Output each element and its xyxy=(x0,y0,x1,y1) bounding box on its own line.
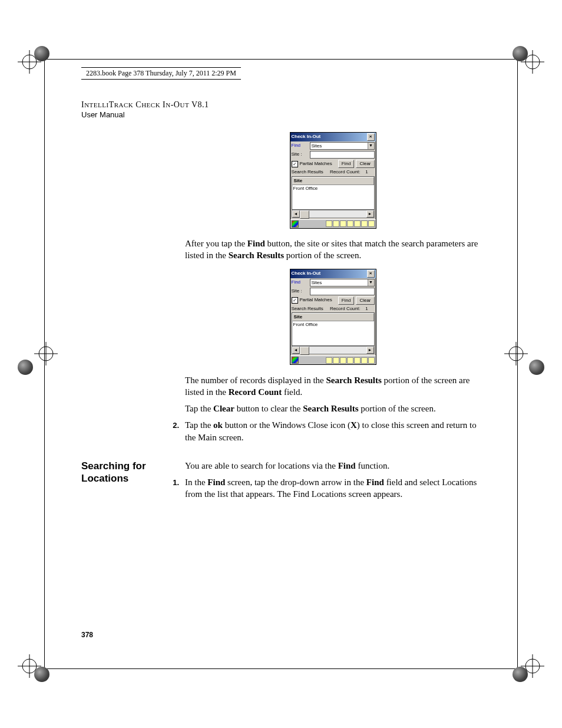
results-list[interactable]: Site Front Office xyxy=(292,312,375,346)
start-icon[interactable] xyxy=(292,220,299,228)
registration-ball xyxy=(513,667,528,682)
step-text: In the Find screen, tap the drop-down ar… xyxy=(185,476,481,500)
tray-icon[interactable] xyxy=(340,220,346,227)
tray-icon[interactable] xyxy=(368,220,375,227)
window-title: Check In-Out xyxy=(292,271,321,277)
body-paragraph: Tap the Clear button to clear the Search… xyxy=(185,403,481,414)
scroll-thumb[interactable] xyxy=(300,347,309,355)
tray-icon[interactable] xyxy=(333,357,339,364)
registration-ball xyxy=(34,46,49,61)
product-title: INTELLITRACK CHECK IN-OUT V8.1 xyxy=(81,100,481,110)
record-count-label: Record Count: xyxy=(330,306,361,311)
tray-icon[interactable] xyxy=(340,357,346,364)
taskbar xyxy=(290,355,376,364)
registration-ball xyxy=(34,667,49,682)
find-button[interactable]: Find xyxy=(338,297,355,305)
site-label: Site : xyxy=(292,288,308,295)
body-paragraph: You are able to search for locations via… xyxy=(185,460,481,472)
tray-icon[interactable] xyxy=(326,357,332,364)
column-header-site[interactable]: Site xyxy=(292,177,374,185)
tray-icon[interactable] xyxy=(361,357,368,364)
registration-ball xyxy=(18,360,33,375)
tray-icon[interactable] xyxy=(333,220,339,227)
results-list[interactable]: Site Front Office xyxy=(292,176,375,210)
record-count-value: 1 xyxy=(365,306,368,311)
svg-point-3 xyxy=(525,55,540,69)
tray-icon[interactable] xyxy=(347,220,353,227)
section-heading: Searching for Locations xyxy=(81,460,176,485)
chevron-down-icon[interactable]: ▼ xyxy=(368,143,374,149)
column-header-site[interactable]: Site xyxy=(292,313,374,321)
step-text: Tap the ok button or the Windows Close i… xyxy=(185,419,481,443)
app-window: Check In-Out × Find Sites ▼ Site : xyxy=(290,132,376,229)
partial-matches-checkbox[interactable]: ✓ xyxy=(292,297,298,304)
product-subtitle: User Manual xyxy=(81,110,481,119)
site-label: Site : xyxy=(292,151,308,158)
scroll-thumb[interactable] xyxy=(300,210,309,219)
system-tray xyxy=(326,357,375,364)
system-tray xyxy=(326,220,375,227)
window-title: Check In-Out xyxy=(292,134,321,140)
close-icon[interactable]: × xyxy=(367,133,375,141)
running-header: 2283.book Page 378 Thursday, July 7, 201… xyxy=(81,67,241,80)
scroll-left-icon[interactable]: ◄ xyxy=(292,210,300,218)
body-paragraph: The number of records displayed in the S… xyxy=(185,374,481,398)
chevron-down-icon[interactable]: ▼ xyxy=(368,279,374,286)
close-icon[interactable]: × xyxy=(367,270,375,278)
horizontal-scrollbar[interactable]: ◄ ► xyxy=(292,210,375,218)
scroll-left-icon[interactable]: ◄ xyxy=(292,347,300,354)
partial-matches-checkbox[interactable]: ✓ xyxy=(292,161,298,167)
tray-icon[interactable] xyxy=(354,220,361,227)
tray-icon[interactable] xyxy=(347,357,353,364)
partial-matches-label: Partial Matches xyxy=(300,161,332,167)
svg-point-9 xyxy=(525,659,540,673)
record-count-label: Record Count: xyxy=(330,169,361,174)
screenshot-figure: Check In-Out × Find Sites ▼ Site : xyxy=(185,132,481,230)
list-item[interactable]: Front Office xyxy=(292,321,374,328)
screenshot-figure: Check In-Out × Find Sites ▼ Site : xyxy=(185,269,481,367)
list-item[interactable]: Front Office xyxy=(292,185,374,192)
find-label: Find xyxy=(292,143,308,149)
scroll-right-icon[interactable]: ► xyxy=(366,347,374,354)
site-input[interactable] xyxy=(310,151,375,159)
search-results-label: Search Results xyxy=(292,169,323,174)
tray-icon[interactable] xyxy=(326,220,332,227)
search-results-label: Search Results xyxy=(292,306,323,311)
tray-icon[interactable] xyxy=(361,220,368,227)
find-dropdown[interactable]: Sites ▼ xyxy=(310,142,375,150)
taskbar xyxy=(290,219,376,228)
site-input[interactable] xyxy=(310,288,375,295)
step-number: 2. xyxy=(168,419,179,443)
clear-button[interactable]: Clear xyxy=(356,160,374,168)
record-count-value: 1 xyxy=(365,169,368,174)
start-icon[interactable] xyxy=(292,357,299,364)
app-window: Check In-Out × Find Sites ▼ Site : xyxy=(290,269,376,365)
find-dropdown[interactable]: Sites ▼ xyxy=(310,279,375,286)
body-paragraph: After you tap the Find button, the site … xyxy=(185,238,481,262)
clear-button[interactable]: Clear xyxy=(356,297,374,305)
registration-ball xyxy=(513,46,528,61)
horizontal-scrollbar[interactable]: ◄ ► xyxy=(292,346,375,354)
find-button[interactable]: Find xyxy=(338,160,355,168)
find-label: Find xyxy=(292,279,308,286)
partial-matches-label: Partial Matches xyxy=(300,297,332,304)
registration-ball xyxy=(529,360,544,375)
tray-icon[interactable] xyxy=(368,357,375,364)
scroll-right-icon[interactable]: ► xyxy=(366,210,374,218)
tray-icon[interactable] xyxy=(354,357,361,364)
